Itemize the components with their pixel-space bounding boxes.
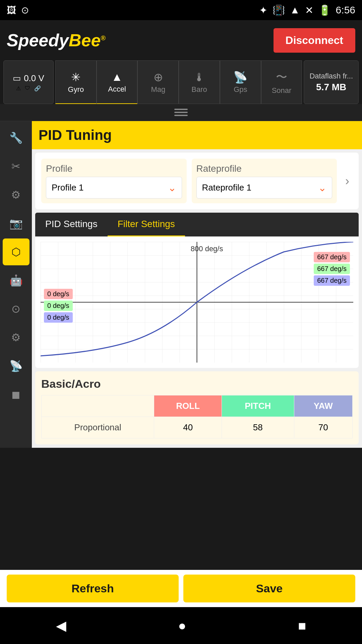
sidebar: 🔧 ✂ ⚙ 📷 ⬡ 🤖 ⊙ ⚙ 📡 ◼ <box>0 121 32 448</box>
badge-pitch-left: 0 deg/s <box>44 301 73 311</box>
pid-table: ROLL PITCH YAW Proportional 40 58 70 <box>41 395 353 438</box>
pid-header-empty <box>42 395 154 417</box>
battery-block: ▭ 0.0 V ⚠ 🛡 🔗 <box>3 60 54 104</box>
sensor-bar: ▭ 0.0 V ⚠ 🛡 🔗 ✳ Gyro ▲ Accel ⊕ Mag 🌡 Bar… <box>0 60 362 104</box>
sidebar-item-network[interactable]: ⬡ <box>3 238 29 265</box>
nav-bar: ◀ ● ■ <box>0 607 362 644</box>
sidebar-item-robot[interactable]: 🤖 <box>3 267 29 294</box>
sidebar-item-mixer[interactable]: ⊙ <box>3 296 29 322</box>
sidebar-item-cube[interactable]: ◼ <box>3 381 29 408</box>
tab-pid-settings[interactable]: PID Settings <box>35 213 108 236</box>
photo-icon: 🖼 <box>7 5 16 16</box>
logo-speedy: Speedy <box>7 31 69 50</box>
sensor-tab-gyro[interactable]: ✳ Gyro <box>55 60 97 104</box>
header: SpeedyBee® Disconnect <box>0 20 362 60</box>
warning-icon: ⚠ <box>16 85 21 92</box>
sensor-tab-mag[interactable]: ⊕ Mag <box>137 60 179 104</box>
gyro-icon: ✳ <box>71 70 80 84</box>
badge-roll-right: 667 deg/s <box>314 252 350 262</box>
mag-icon: ⊕ <box>154 70 163 84</box>
bluetooth-icon: ✦ <box>259 4 267 16</box>
bottom-buttons: Refresh Save <box>0 570 362 607</box>
signal-icon: ✕ <box>305 4 313 16</box>
status-bar: 🖼 ⊙ ✦ 📳 ▲ ✕ 🔋 6:56 <box>0 0 362 20</box>
recent-button[interactable]: ■ <box>288 615 316 637</box>
rateprofile-group: Rateprofile Rateprofile 1 ⌄ <box>192 159 337 203</box>
profile-value: Profile 1 <box>52 182 83 193</box>
vibrate-icon: 📳 <box>273 4 285 16</box>
dataflash-size: 5.7 MB <box>316 82 346 93</box>
badge-yaw-right: 667 deg/s <box>314 275 350 286</box>
logo-reg: ® <box>101 34 106 42</box>
status-bar-left: 🖼 ⊙ <box>7 5 29 16</box>
badge-pitch-right: 667 deg/s <box>314 264 350 274</box>
battery-status-icons: ⚠ 🛡 🔗 <box>16 85 41 92</box>
baro-icon: 🌡 <box>194 71 205 84</box>
pid-tuning-title: PID Tuning <box>39 127 355 143</box>
profile-dropdown-arrow: ⌄ <box>168 182 176 194</box>
basic-acro-section: Basic/Acro ROLL PITCH YAW Proportional 4… <box>35 371 359 444</box>
sensor-tab-sonar[interactable]: 〜 Sonar <box>261 60 302 104</box>
sidebar-item-plugin[interactable]: ✂ <box>3 153 29 180</box>
profile-section: Profile Profile 1 ⌄ Rateprofile Rateprof… <box>35 153 359 209</box>
pid-header-roll: ROLL <box>154 395 222 417</box>
rateprofile-bg: Rateprofile Rateprofile 1 ⌄ <box>192 159 337 203</box>
chart-y-label: 800 deg/s <box>191 245 223 253</box>
rateprofile-dropdown[interactable]: Rateprofile 1 ⌄ <box>196 177 333 199</box>
sensor-tab-gps[interactable]: 📡 Gps <box>220 60 261 104</box>
battery-icon: 🔋 <box>318 4 331 16</box>
refresh-button[interactable]: Refresh <box>7 575 179 602</box>
pid-row-proportional-label: Proportional <box>42 417 154 438</box>
pid-row-proportional-yaw[interactable]: 70 <box>294 417 353 438</box>
link-icon: 🔗 <box>34 85 41 92</box>
profile-dropdown[interactable]: Profile 1 ⌄ <box>46 177 182 199</box>
save-button[interactable]: Save <box>183 575 355 602</box>
shield-icon: 🛡 <box>25 85 30 92</box>
sidebar-item-settings[interactable]: ⚙ <box>3 181 29 208</box>
chart-container: 800 deg/s 0 deg/s 0 deg/s 0 deg/s 667 de… <box>35 236 359 368</box>
sidebar-item-wrench[interactable]: 🔧 <box>3 124 29 151</box>
chart-area: 800 deg/s 0 deg/s 0 deg/s 0 deg/s 667 de… <box>41 242 353 363</box>
logo: SpeedyBee® <box>7 30 106 50</box>
time: 6:56 <box>336 4 355 16</box>
menu-toggle[interactable] <box>0 104 362 121</box>
pid-header-pitch: PITCH <box>222 395 294 417</box>
dataflash-block: Dataflash fr... 5.7 MB <box>304 60 359 104</box>
gps-icon: 📡 <box>233 70 247 84</box>
back-button[interactable]: ◀ <box>46 614 76 637</box>
table-row: Proportional 40 58 70 <box>42 417 353 438</box>
sim-icon: ⊙ <box>21 5 29 16</box>
tab-bar: PID Settings Filter Settings <box>35 213 359 236</box>
tab-filter-settings[interactable]: Filter Settings <box>108 213 185 236</box>
battery-rect-icon: ▭ <box>13 73 21 84</box>
battery-voltage: ▭ 0.0 V <box>13 73 44 84</box>
rateprofile-dropdown-arrow: ⌄ <box>318 182 326 194</box>
badge-yaw-left: 0 deg/s <box>44 312 73 323</box>
next-arrow[interactable]: › <box>342 171 353 192</box>
profile-label: Profile <box>46 163 182 174</box>
profile-bg: Profile Profile 1 ⌄ <box>41 159 187 203</box>
sensor-tab-baro[interactable]: 🌡 Baro <box>179 60 220 104</box>
pid-row-proportional-pitch[interactable]: 58 <box>222 417 294 438</box>
rateprofile-value: Rateprofile 1 <box>202 182 251 193</box>
home-button[interactable]: ● <box>168 615 196 637</box>
badge-roll-left: 0 deg/s <box>44 289 73 299</box>
sidebar-item-antenna[interactable]: 📡 <box>3 353 29 379</box>
dataflash-title: Dataflash fr... <box>309 72 353 80</box>
profile-group: Profile Profile 1 ⌄ <box>41 159 187 203</box>
sensor-tab-accel[interactable]: ▲ Accel <box>97 60 138 104</box>
basic-acro-title: Basic/Acro <box>41 377 353 390</box>
rateprofile-label: Rateprofile <box>196 163 333 174</box>
wifi-icon: ▲ <box>290 4 300 16</box>
hamburger-icon[interactable] <box>174 109 188 116</box>
logo-bee: Bee <box>69 31 101 50</box>
sonar-icon: 〜 <box>276 69 287 85</box>
sidebar-item-video[interactable]: 📷 <box>3 210 29 237</box>
sidebar-item-motor[interactable]: ⚙ <box>3 324 29 351</box>
status-bar-right: ✦ 📳 ▲ ✕ 🔋 6:56 <box>259 4 355 16</box>
content-area: PID Tuning Profile Profile 1 ⌄ Rateprofi… <box>32 121 362 448</box>
pid-header-yaw: YAW <box>294 395 353 417</box>
disconnect-button[interactable]: Disconnect <box>274 28 355 53</box>
pid-row-proportional-roll[interactable]: 40 <box>154 417 222 438</box>
pid-tuning-header: PID Tuning <box>32 121 362 149</box>
